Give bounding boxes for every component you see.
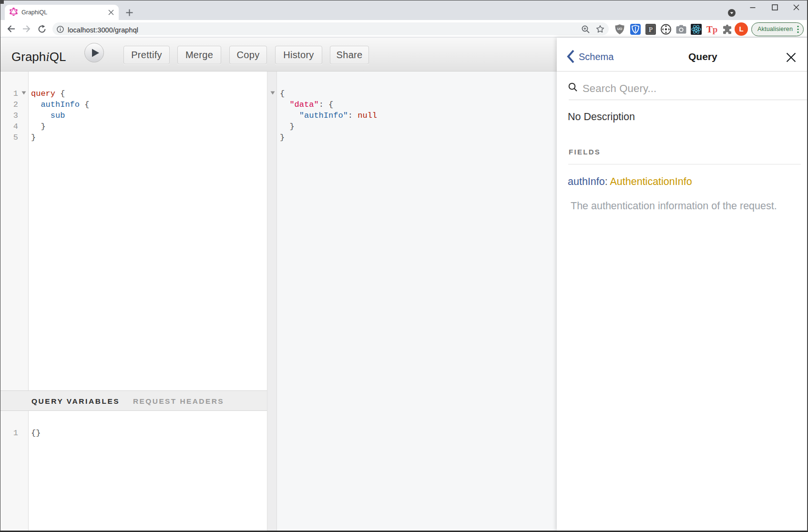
svg-text:UO: UO	[617, 27, 623, 31]
svg-text:P: P	[649, 26, 653, 33]
